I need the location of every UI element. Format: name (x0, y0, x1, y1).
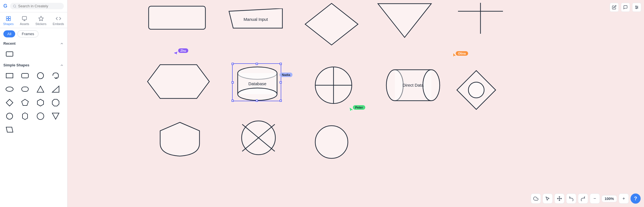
shape-circle[interactable] (34, 69, 47, 82)
simple-shapes-collapse-icon[interactable] (60, 63, 64, 67)
shape-rect[interactable] (3, 69, 16, 82)
shape-hexagon-canvas[interactable] (146, 63, 211, 101)
tab-embeds[interactable]: Embeds (50, 15, 66, 27)
shape-circle-cross-canvas[interactable] (310, 64, 357, 107)
comment-button[interactable] (621, 3, 630, 12)
settings-button[interactable] (632, 3, 641, 12)
shape-parallelogram[interactable] (3, 123, 16, 136)
svg-marker-33 (148, 65, 209, 98)
filter-all-button[interactable]: All (3, 30, 15, 37)
shape-circle-plain-canvas[interactable] (309, 122, 354, 163)
zoom-out-icon: − (593, 196, 596, 201)
shape-rounded-rect[interactable] (19, 69, 31, 82)
shape-circle2[interactable] (3, 110, 16, 122)
shape-manual-input-canvas[interactable]: Manual Input (228, 8, 284, 32)
edit-button[interactable] (610, 3, 619, 12)
svg-point-0 (13, 5, 16, 7)
svg-rect-6 (22, 17, 27, 20)
zoom-out-button[interactable]: − (590, 194, 600, 204)
svg-rect-3 (9, 17, 11, 19)
zoom-level-display[interactable]: 100% (602, 195, 617, 202)
shape-diamond[interactable] (3, 96, 16, 109)
redo-button[interactable] (578, 194, 588, 204)
shape-shield-canvas[interactable] (157, 121, 202, 159)
shape-triangle-down[interactable] (49, 110, 62, 122)
svg-line-1 (15, 7, 16, 7)
svg-point-12 (6, 87, 13, 91)
svg-point-60 (636, 6, 636, 7)
select-tool-button[interactable] (543, 194, 553, 204)
undo-button[interactable] (566, 194, 576, 204)
help-button[interactable]: ? (631, 194, 641, 204)
shape-t-top-right[interactable] (455, 1, 506, 36)
svg-rect-13 (22, 87, 28, 91)
svg-rect-5 (9, 19, 11, 21)
shape-loop[interactable] (49, 69, 62, 82)
svg-marker-15 (52, 86, 59, 92)
svg-marker-29 (378, 4, 431, 37)
cursor-peter-label: Peter (353, 105, 365, 110)
move-tool-button[interactable] (554, 194, 564, 204)
cursor-olina-label: Olina (456, 51, 468, 56)
shape-circle3[interactable] (34, 110, 47, 122)
svg-marker-18 (37, 99, 44, 106)
tab-shapes-label: Shapes (3, 22, 13, 26)
bottom-toolbar: − 100% + ? (531, 194, 641, 204)
search-bar[interactable] (10, 3, 64, 9)
cursor-zhu-area: Zhu (174, 50, 179, 57)
zoom-in-icon: + (622, 196, 625, 201)
cursor-zhu-label: Zhu (178, 48, 188, 53)
zoom-in-button[interactable]: + (619, 194, 629, 204)
shape-right-triangle[interactable] (49, 83, 62, 95)
svg-point-61 (637, 7, 638, 8)
cloud-save-button[interactable] (531, 194, 541, 204)
canvas[interactable]: Manual Input Zhu (67, 0, 644, 207)
svg-point-50 (468, 82, 484, 98)
recent-collapse-icon[interactable] (60, 42, 64, 46)
tab-stickers-label: Stickers (35, 22, 46, 26)
shape-pentagon[interactable] (19, 96, 31, 109)
svg-marker-14 (37, 86, 44, 92)
shape-diamond-top[interactable] (303, 2, 360, 48)
tab-stickers[interactable]: Stickers (33, 15, 49, 27)
sidebar: G Shapes Assets Stickers Embeds All Fram… (0, 0, 67, 207)
svg-rect-8 (6, 52, 13, 56)
shape-triangle-down-top[interactable] (377, 2, 433, 40)
simple-shapes-grid (0, 68, 67, 137)
tab-shapes[interactable]: Shapes (1, 15, 16, 27)
shape-rounded-rect-canvas[interactable] (148, 5, 207, 32)
tab-embeds-label: Embeds (53, 22, 64, 26)
svg-marker-7 (38, 16, 43, 21)
svg-rect-4 (6, 19, 8, 21)
shape-hexagon[interactable] (34, 96, 47, 109)
svg-point-62 (636, 8, 637, 9)
shape-direct-data-canvas[interactable]: Direct Data (385, 64, 441, 107)
shape-circle-x-canvas[interactable] (236, 118, 281, 159)
tab-assets[interactable]: Assets (18, 15, 31, 27)
search-icon (13, 4, 16, 8)
shape-octagon[interactable] (49, 96, 62, 109)
top-toolbar (610, 3, 641, 12)
shape-triangle[interactable] (34, 83, 47, 95)
svg-rect-10 (22, 73, 28, 78)
svg-marker-19 (52, 99, 59, 106)
simple-shapes-label: Simple Shapes (3, 63, 29, 67)
svg-marker-16 (6, 99, 13, 106)
svg-point-47 (423, 70, 440, 101)
sidebar-tabs: Shapes Assets Stickers Embeds (0, 12, 67, 28)
svg-point-11 (37, 73, 44, 79)
simple-shapes-header: Simple Shapes (0, 61, 67, 68)
shape-rounded-rect2[interactable] (19, 83, 31, 95)
svg-rect-25 (149, 6, 205, 29)
shape-diamond-circle-canvas[interactable] (455, 69, 497, 112)
filter-row: All Frames (0, 28, 67, 40)
sidebar-header: G (0, 0, 67, 12)
shape-hexagon2[interactable] (19, 110, 31, 122)
filter-frames-button[interactable]: Frames (17, 30, 38, 37)
svg-marker-17 (22, 99, 28, 105)
shape-database-canvas[interactable]: Database (232, 63, 283, 104)
svg-marker-21 (22, 113, 28, 120)
search-input[interactable] (18, 4, 61, 8)
recent-shape-rect[interactable] (3, 48, 16, 60)
shape-ellipse[interactable] (3, 83, 16, 95)
